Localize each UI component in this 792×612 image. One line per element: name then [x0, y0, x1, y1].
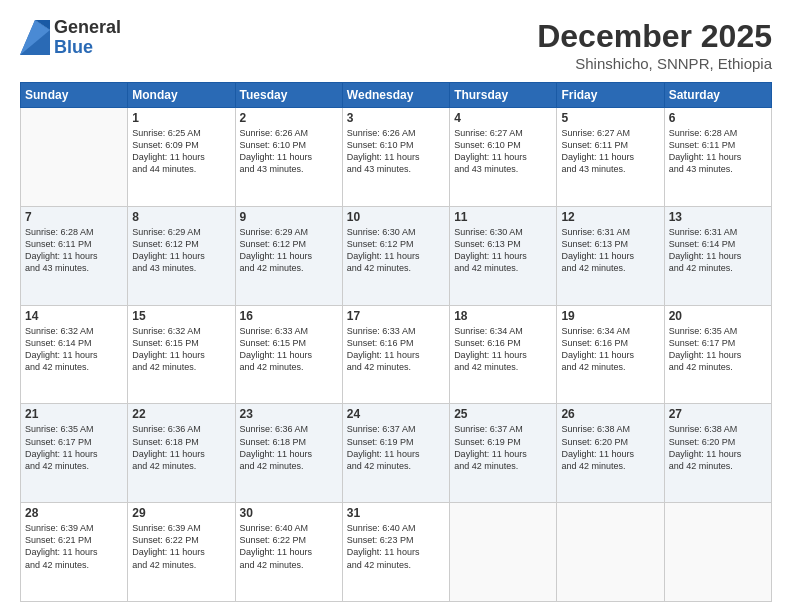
cell-info: Sunrise: 6:37 AM Sunset: 6:19 PM Dayligh… — [454, 423, 552, 472]
day-number: 4 — [454, 111, 552, 125]
cell-info: Sunrise: 6:38 AM Sunset: 6:20 PM Dayligh… — [669, 423, 767, 472]
calendar-header-tuesday: Tuesday — [235, 83, 342, 108]
calendar-week-row: 28Sunrise: 6:39 AM Sunset: 6:21 PM Dayli… — [21, 503, 772, 602]
day-number: 21 — [25, 407, 123, 421]
cell-info: Sunrise: 6:39 AM Sunset: 6:22 PM Dayligh… — [132, 522, 230, 571]
day-number: 6 — [669, 111, 767, 125]
calendar-cell: 19Sunrise: 6:34 AM Sunset: 6:16 PM Dayli… — [557, 305, 664, 404]
calendar-week-row: 21Sunrise: 6:35 AM Sunset: 6:17 PM Dayli… — [21, 404, 772, 503]
calendar-cell: 8Sunrise: 6:29 AM Sunset: 6:12 PM Daylig… — [128, 206, 235, 305]
calendar-cell: 11Sunrise: 6:30 AM Sunset: 6:13 PM Dayli… — [450, 206, 557, 305]
day-number: 27 — [669, 407, 767, 421]
calendar-cell: 18Sunrise: 6:34 AM Sunset: 6:16 PM Dayli… — [450, 305, 557, 404]
calendar-cell: 17Sunrise: 6:33 AM Sunset: 6:16 PM Dayli… — [342, 305, 449, 404]
cell-info: Sunrise: 6:27 AM Sunset: 6:11 PM Dayligh… — [561, 127, 659, 176]
cell-info: Sunrise: 6:25 AM Sunset: 6:09 PM Dayligh… — [132, 127, 230, 176]
location: Shinshicho, SNNPR, Ethiopia — [537, 55, 772, 72]
cell-info: Sunrise: 6:28 AM Sunset: 6:11 PM Dayligh… — [669, 127, 767, 176]
calendar-cell: 9Sunrise: 6:29 AM Sunset: 6:12 PM Daylig… — [235, 206, 342, 305]
calendar-cell: 21Sunrise: 6:35 AM Sunset: 6:17 PM Dayli… — [21, 404, 128, 503]
day-number: 8 — [132, 210, 230, 224]
logo-icon — [20, 20, 50, 55]
day-number: 20 — [669, 309, 767, 323]
calendar-header-row: SundayMondayTuesdayWednesdayThursdayFrid… — [21, 83, 772, 108]
calendar-cell: 29Sunrise: 6:39 AM Sunset: 6:22 PM Dayli… — [128, 503, 235, 602]
day-number: 13 — [669, 210, 767, 224]
day-number: 22 — [132, 407, 230, 421]
calendar-cell: 25Sunrise: 6:37 AM Sunset: 6:19 PM Dayli… — [450, 404, 557, 503]
calendar-week-row: 14Sunrise: 6:32 AM Sunset: 6:14 PM Dayli… — [21, 305, 772, 404]
day-number: 9 — [240, 210, 338, 224]
cell-info: Sunrise: 6:32 AM Sunset: 6:14 PM Dayligh… — [25, 325, 123, 374]
day-number: 23 — [240, 407, 338, 421]
calendar-cell: 10Sunrise: 6:30 AM Sunset: 6:12 PM Dayli… — [342, 206, 449, 305]
cell-info: Sunrise: 6:26 AM Sunset: 6:10 PM Dayligh… — [240, 127, 338, 176]
page: General Blue December 2025 Shinshicho, S… — [0, 0, 792, 612]
day-number: 15 — [132, 309, 230, 323]
calendar-cell — [664, 503, 771, 602]
day-number: 16 — [240, 309, 338, 323]
calendar-cell — [557, 503, 664, 602]
calendar-cell: 14Sunrise: 6:32 AM Sunset: 6:14 PM Dayli… — [21, 305, 128, 404]
calendar: SundayMondayTuesdayWednesdayThursdayFrid… — [20, 82, 772, 602]
day-number: 30 — [240, 506, 338, 520]
calendar-header-saturday: Saturday — [664, 83, 771, 108]
cell-info: Sunrise: 6:31 AM Sunset: 6:14 PM Dayligh… — [669, 226, 767, 275]
calendar-cell: 23Sunrise: 6:36 AM Sunset: 6:18 PM Dayli… — [235, 404, 342, 503]
calendar-header-thursday: Thursday — [450, 83, 557, 108]
calendar-cell: 26Sunrise: 6:38 AM Sunset: 6:20 PM Dayli… — [557, 404, 664, 503]
day-number: 29 — [132, 506, 230, 520]
cell-info: Sunrise: 6:34 AM Sunset: 6:16 PM Dayligh… — [561, 325, 659, 374]
calendar-header-friday: Friday — [557, 83, 664, 108]
day-number: 26 — [561, 407, 659, 421]
cell-info: Sunrise: 6:34 AM Sunset: 6:16 PM Dayligh… — [454, 325, 552, 374]
day-number: 24 — [347, 407, 445, 421]
calendar-cell: 31Sunrise: 6:40 AM Sunset: 6:23 PM Dayli… — [342, 503, 449, 602]
calendar-cell: 15Sunrise: 6:32 AM Sunset: 6:15 PM Dayli… — [128, 305, 235, 404]
cell-info: Sunrise: 6:38 AM Sunset: 6:20 PM Dayligh… — [561, 423, 659, 472]
calendar-cell — [450, 503, 557, 602]
calendar-cell: 1Sunrise: 6:25 AM Sunset: 6:09 PM Daylig… — [128, 108, 235, 207]
cell-info: Sunrise: 6:40 AM Sunset: 6:22 PM Dayligh… — [240, 522, 338, 571]
day-number: 31 — [347, 506, 445, 520]
logo-blue: Blue — [54, 38, 121, 58]
logo-general: General — [54, 18, 121, 38]
day-number: 2 — [240, 111, 338, 125]
logo-text: General Blue — [54, 18, 121, 58]
day-number: 14 — [25, 309, 123, 323]
cell-info: Sunrise: 6:29 AM Sunset: 6:12 PM Dayligh… — [132, 226, 230, 275]
calendar-header-monday: Monday — [128, 83, 235, 108]
cell-info: Sunrise: 6:27 AM Sunset: 6:10 PM Dayligh… — [454, 127, 552, 176]
cell-info: Sunrise: 6:39 AM Sunset: 6:21 PM Dayligh… — [25, 522, 123, 571]
calendar-header-sunday: Sunday — [21, 83, 128, 108]
day-number: 11 — [454, 210, 552, 224]
calendar-cell: 24Sunrise: 6:37 AM Sunset: 6:19 PM Dayli… — [342, 404, 449, 503]
day-number: 7 — [25, 210, 123, 224]
day-number: 5 — [561, 111, 659, 125]
cell-info: Sunrise: 6:31 AM Sunset: 6:13 PM Dayligh… — [561, 226, 659, 275]
calendar-cell — [21, 108, 128, 207]
calendar-cell: 27Sunrise: 6:38 AM Sunset: 6:20 PM Dayli… — [664, 404, 771, 503]
calendar-cell: 28Sunrise: 6:39 AM Sunset: 6:21 PM Dayli… — [21, 503, 128, 602]
cell-info: Sunrise: 6:35 AM Sunset: 6:17 PM Dayligh… — [669, 325, 767, 374]
calendar-week-row: 1Sunrise: 6:25 AM Sunset: 6:09 PM Daylig… — [21, 108, 772, 207]
cell-info: Sunrise: 6:32 AM Sunset: 6:15 PM Dayligh… — [132, 325, 230, 374]
cell-info: Sunrise: 6:37 AM Sunset: 6:19 PM Dayligh… — [347, 423, 445, 472]
cell-info: Sunrise: 6:26 AM Sunset: 6:10 PM Dayligh… — [347, 127, 445, 176]
calendar-cell: 7Sunrise: 6:28 AM Sunset: 6:11 PM Daylig… — [21, 206, 128, 305]
calendar-cell: 30Sunrise: 6:40 AM Sunset: 6:22 PM Dayli… — [235, 503, 342, 602]
cell-info: Sunrise: 6:33 AM Sunset: 6:16 PM Dayligh… — [347, 325, 445, 374]
cell-info: Sunrise: 6:29 AM Sunset: 6:12 PM Dayligh… — [240, 226, 338, 275]
calendar-cell: 3Sunrise: 6:26 AM Sunset: 6:10 PM Daylig… — [342, 108, 449, 207]
calendar-header-wednesday: Wednesday — [342, 83, 449, 108]
day-number: 25 — [454, 407, 552, 421]
calendar-cell: 4Sunrise: 6:27 AM Sunset: 6:10 PM Daylig… — [450, 108, 557, 207]
calendar-cell: 13Sunrise: 6:31 AM Sunset: 6:14 PM Dayli… — [664, 206, 771, 305]
day-number: 28 — [25, 506, 123, 520]
day-number: 10 — [347, 210, 445, 224]
day-number: 19 — [561, 309, 659, 323]
calendar-cell: 2Sunrise: 6:26 AM Sunset: 6:10 PM Daylig… — [235, 108, 342, 207]
header: General Blue December 2025 Shinshicho, S… — [20, 18, 772, 72]
cell-info: Sunrise: 6:33 AM Sunset: 6:15 PM Dayligh… — [240, 325, 338, 374]
cell-info: Sunrise: 6:40 AM Sunset: 6:23 PM Dayligh… — [347, 522, 445, 571]
